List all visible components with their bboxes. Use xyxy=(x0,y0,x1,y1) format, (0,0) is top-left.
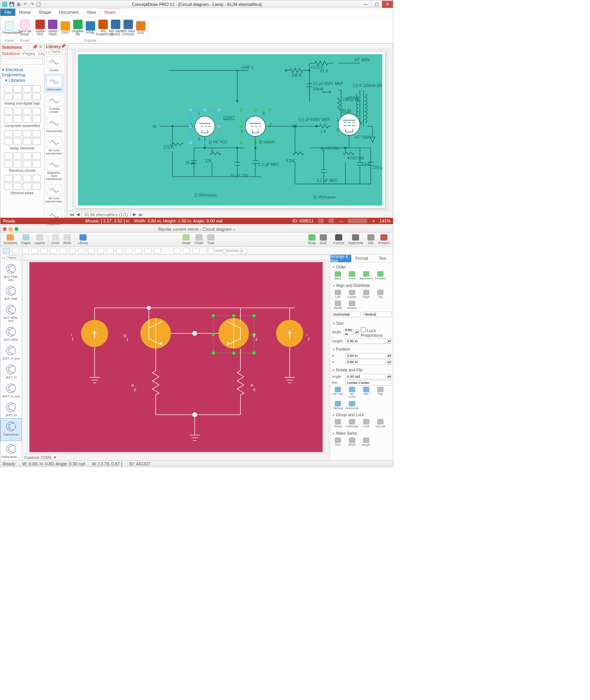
height-input[interactable]: 0.80 in xyxy=(345,338,386,344)
library-item[interactable]: Air-core transformer xyxy=(44,135,64,157)
width-stepper[interactable]: ▴▾ xyxy=(355,329,359,335)
flip-h-button[interactable]: Horizontal xyxy=(346,401,358,410)
undo-button[interactable]: Undo xyxy=(52,234,59,245)
pin-icon[interactable]: 📌 xyxy=(61,44,66,49)
export-flash-button[interactable]: Adobe Flash xyxy=(48,20,58,36)
tool[interactable] xyxy=(154,248,161,254)
zoom-slider[interactable] xyxy=(348,219,367,223)
order-forward-button[interactable]: Forward xyxy=(374,271,386,280)
grid-button[interactable]: Grid xyxy=(320,234,327,245)
export-ppt-button[interactable]: MS PowerPoint xyxy=(98,20,108,36)
library-selector[interactable]: Transi… xyxy=(6,255,20,260)
export-eps-button[interactable]: EPS xyxy=(60,21,70,35)
tool[interactable] xyxy=(22,248,29,254)
lock-button[interactable]: Lock xyxy=(360,419,372,428)
tool[interactable] xyxy=(59,248,66,254)
status-btn[interactable] xyxy=(328,219,334,223)
zoom-out-icon[interactable] xyxy=(173,248,181,254)
same-width-button[interactable]: Width xyxy=(346,437,358,446)
drawing-canvas[interactable]: +146 V 100 K +273 V 81 K HT 380V 12 µF/3… xyxy=(75,51,385,208)
order-back-button[interactable]: Back xyxy=(332,271,344,280)
section-align[interactable]: Align and Distribute xyxy=(332,283,391,288)
pages-button[interactable]: Pages xyxy=(21,234,31,245)
angle-stepper[interactable]: ▴▾ xyxy=(387,374,391,379)
same-height-button[interactable]: Height xyxy=(360,437,372,446)
layers-button[interactable]: Layers xyxy=(35,234,45,245)
tool[interactable] xyxy=(41,248,48,254)
library-item[interactable]: JFET, N xyxy=(0,399,22,418)
tree-libraries[interactable]: ▾ Libraries xyxy=(5,78,42,83)
solutions-search[interactable] xyxy=(2,58,43,64)
info-button[interactable]: Info xyxy=(367,234,374,245)
smart-button[interactable]: Smart xyxy=(182,234,191,245)
library-item[interactable]: JFET, N, env xyxy=(0,380,22,399)
same-size-button[interactable]: Size xyxy=(332,437,344,446)
library-item[interactable]: JFET, P, env xyxy=(0,343,22,362)
tab-file[interactable]: File xyxy=(0,9,15,16)
tool[interactable] xyxy=(78,248,85,254)
tab-shape[interactable]: Shape xyxy=(35,9,55,16)
tool[interactable] xyxy=(135,248,142,254)
drawing-canvas[interactable]: i1 Q1 Q2 i2 xyxy=(29,262,323,452)
presentation-button[interactable]: Presentation xyxy=(4,21,15,35)
qat-redo-icon[interactable]: ↷ xyxy=(29,2,35,7)
unlock-button[interactable]: UnLock xyxy=(374,419,386,428)
pagetab-prev-icon[interactable]: ⏮ xyxy=(70,212,74,217)
tool[interactable] xyxy=(50,248,57,254)
snap-button[interactable]: Snap xyxy=(308,234,316,245)
ruler-horizontal[interactable] xyxy=(67,44,393,49)
align-left-button[interactable]: Left xyxy=(332,290,344,299)
pagetab-last-icon[interactable]: ⏭ xyxy=(138,212,143,217)
align-bottom-button[interactable]: Bottom xyxy=(346,301,358,310)
section-makesame[interactable]: Make Same xyxy=(332,430,391,436)
align-middle-button[interactable]: Middle xyxy=(332,301,344,310)
libnav-back-icon[interactable]: ‹ xyxy=(2,255,3,260)
tool[interactable] xyxy=(97,248,104,254)
width-input[interactable]: 0.80 in xyxy=(344,329,354,335)
traffic-close-button[interactable] xyxy=(3,227,7,231)
library-item[interactable]: JFET, P xyxy=(0,362,22,380)
zoom-slider[interactable] xyxy=(215,250,239,252)
libnav-fwd-icon[interactable]: › xyxy=(48,50,50,54)
traffic-zoom-button[interactable] xyxy=(15,227,18,231)
library-item[interactable]: Coaxial choke xyxy=(44,93,64,116)
export-html-button[interactable]: HTML xyxy=(85,21,96,35)
library-item[interactable]: Variometer xyxy=(44,74,64,93)
angle-input[interactable]: 0.00 rad xyxy=(345,374,386,379)
tab-view[interactable]: View xyxy=(83,9,100,16)
tab-share[interactable]: Share xyxy=(100,8,120,16)
tool[interactable] xyxy=(88,248,95,254)
align-right-button[interactable]: Right xyxy=(360,290,372,299)
minimize-button[interactable]: — xyxy=(360,1,371,8)
eyedrop-icon[interactable] xyxy=(192,248,199,254)
chain-button[interactable]: Chain xyxy=(195,234,203,245)
tool[interactable] xyxy=(107,248,114,254)
flip-v-button[interactable]: Vertical xyxy=(332,401,344,410)
library-item[interactable]: Choke xyxy=(44,55,64,74)
y-stepper[interactable]: ▴▾ xyxy=(387,359,391,365)
lock-proportions-checkbox[interactable] xyxy=(361,327,366,332)
libnav-fwd-icon[interactable]: › xyxy=(4,255,6,260)
tab-home[interactable]: Home xyxy=(15,9,35,16)
export-graphic-button[interactable]: Graphic file xyxy=(73,20,83,36)
pagetab-fwd-icon[interactable]: ▶ xyxy=(133,212,136,217)
tool[interactable] xyxy=(125,248,133,254)
traffic-minimize-button[interactable] xyxy=(9,227,13,231)
export-pdf-button[interactable]: Adobe PDF xyxy=(35,20,45,36)
tool[interactable] xyxy=(31,248,38,254)
library-item[interactable]: BJT, PNP, env xyxy=(0,261,22,283)
pin-select[interactable]: Center-Center xyxy=(345,380,391,386)
order-backward-button[interactable]: Backward xyxy=(360,271,372,280)
qat-save-icon[interactable]: 💾 xyxy=(9,2,15,7)
present-button[interactable]: Present xyxy=(378,234,390,245)
export-svg-button[interactable]: SVG xyxy=(136,21,146,35)
tool[interactable] xyxy=(116,248,123,254)
library-selector[interactable]: Transf… xyxy=(50,49,66,54)
close-button[interactable]: ✕ xyxy=(382,1,393,8)
zoom-display[interactable]: Custom 216% xyxy=(24,455,52,460)
format-button[interactable]: Format xyxy=(334,234,344,245)
flip-button[interactable]: Flip xyxy=(374,387,386,399)
maximize-button[interactable]: ▢ xyxy=(371,1,382,8)
library-button[interactable]: Library xyxy=(78,234,88,245)
zoom-fit-icon[interactable] xyxy=(183,248,190,254)
